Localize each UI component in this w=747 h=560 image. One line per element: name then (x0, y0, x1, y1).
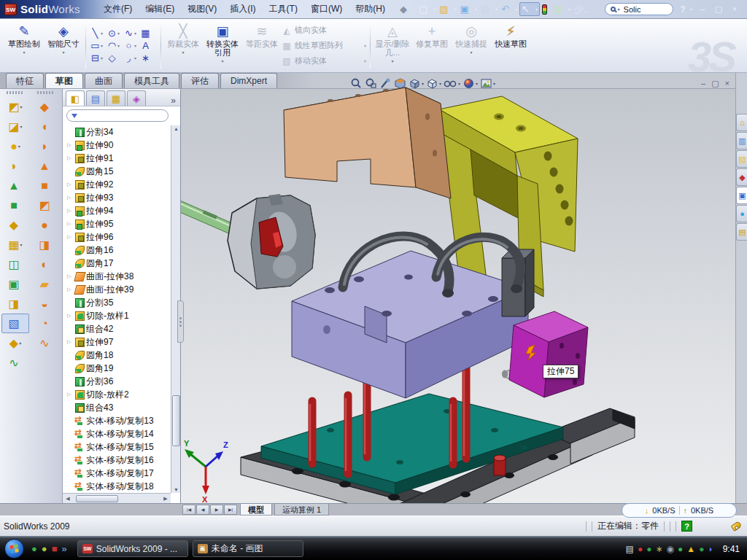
print-icon[interactable]: ▤ ▾ (479, 3, 499, 15)
zoom-to-selection-icon[interactable] (379, 77, 392, 90)
quicklaunch-app-icon[interactable]: ● (42, 543, 47, 554)
rebuild-traffic-light-icon[interactable]: ▾ (541, 4, 551, 15)
tree-item[interactable]: ▷ 拉伸97 (63, 335, 171, 349)
options-icon[interactable]: ▦ ▾ (552, 3, 572, 15)
model-upper-mold-block[interactable] (284, 88, 451, 198)
tree-item[interactable]: ▷ 实体-移动/复制13 (63, 414, 171, 427)
tree-item[interactable]: ▷ 圆角15 (63, 165, 171, 178)
open-icon[interactable]: ▨ ▾ (438, 3, 457, 15)
bottom-tab[interactable]: 运动算例 1 (274, 504, 329, 516)
edit-appearance-icon[interactable]: ▾ (462, 77, 478, 90)
shell-icon[interactable]: ■ ▾ (1, 195, 29, 215)
resources-tab[interactable]: ▥ (736, 132, 747, 149)
surface-revolve-icon[interactable]: ◖ ▾ (32, 117, 60, 136)
file-explorer-tab[interactable]: ▣ (736, 187, 747, 204)
command-tab[interactable]: 特征 (6, 73, 44, 88)
surface-extrude-icon[interactable]: ◆ ▾ (32, 97, 60, 117)
view-orientation-icon[interactable]: ▾ (409, 77, 424, 90)
lofted-boss-icon[interactable]: ▲ ▾ (1, 176, 29, 195)
trim-entities-button[interactable]: ╳ 剪裁实体 ▾ (163, 20, 203, 71)
convert-entities-button[interactable]: ▣ 转换实体引用 ▾ (203, 20, 242, 71)
surface-fill-icon[interactable]: ◩ ▾ (32, 195, 60, 215)
scroll-right-arrow[interactable]: ▶ (160, 496, 171, 502)
zoom-fit-icon[interactable] (350, 77, 363, 90)
mirror-entities-button[interactable]: ◭ 镜向实体 ▾ (282, 23, 368, 37)
point-icon[interactable]: ∗▾ (140, 53, 157, 63)
restore-button[interactable]: ▢ (713, 4, 724, 14)
tree-item[interactable]: ▷ 拉伸93 (63, 191, 171, 204)
circle-icon[interactable]: ⊙▾ (107, 28, 123, 39)
command-tab[interactable]: 草图 (45, 73, 83, 88)
zoom-area-icon[interactable] (365, 77, 377, 90)
line-icon[interactable]: ╲▾ (90, 28, 107, 39)
close-button[interactable]: × (729, 4, 740, 14)
surface-radiate-icon[interactable]: ◐ ▾ (32, 254, 60, 274)
toolbar-grip[interactable] (7, 91, 24, 94)
tree-item[interactable]: ▷ 拉伸91 (63, 152, 171, 165)
propertymanager-tab[interactable]: ▤ (86, 90, 105, 106)
smart-dimension-button[interactable]: ◈ 智能尺寸 ▾ (44, 20, 83, 71)
tree-item[interactable]: ▷ 实体-移动/复制17 (63, 467, 171, 480)
expand-arrow-icon[interactable]: ▷ (67, 221, 74, 227)
help-caret-icon[interactable]: ▾ (690, 7, 692, 12)
apply-scene-icon[interactable]: ▾ (480, 77, 495, 90)
tree-item[interactable]: ▷ 圆角18 (63, 349, 171, 362)
expand-arrow-icon[interactable]: ▷ (67, 287, 74, 292)
doc-minimize-button[interactable]: – (701, 79, 705, 88)
toolbar-grip[interactable] (37, 91, 55, 94)
tree-item[interactable]: ▷ 圆角16 (63, 244, 171, 257)
tree-item[interactable]: ▷ 曲面-拉伸39 (63, 283, 171, 296)
offset-entities-button[interactable]: ≋ 等距实体 ▾ (242, 20, 282, 71)
tree-item[interactable]: ▷ 拉伸95 (63, 217, 171, 230)
fillet-icon[interactable]: ● ▾ (1, 136, 29, 156)
expand-arrow-icon[interactable]: ▷ (67, 142, 74, 148)
minimize-button[interactable]: – (697, 4, 708, 14)
appearances-tab[interactable]: ● (736, 205, 747, 222)
rib-icon[interactable]: ◆ ▾ (1, 215, 29, 235)
expand-arrow-icon[interactable]: ▷ (67, 313, 74, 319)
tree-item[interactable]: ▷ 实体-移动/复制18 (63, 480, 171, 493)
expand-arrow-icon[interactable]: ▷ (67, 195, 74, 201)
mirror-icon[interactable]: ◫ ▾ (1, 254, 29, 274)
scroll-left-arrow[interactable]: ◀ (63, 496, 73, 502)
surface-extend-icon[interactable]: ◔ ▾ (32, 314, 60, 333)
select-box-icon[interactable]: ▦▾ (140, 28, 157, 39)
quicklaunch-expand-chevron[interactable]: » (62, 543, 67, 554)
expand-arrow-icon[interactable]: ▷ (67, 392, 74, 397)
tree-filter-box[interactable] (66, 109, 169, 122)
split-icon[interactable]: ◨ ▾ (1, 294, 29, 314)
tree-item[interactable]: ▷ 组合42 (63, 322, 171, 335)
expand-arrow-icon[interactable]: ▷ (67, 182, 74, 187)
featuremanager-tab[interactable]: ◧ (66, 90, 85, 106)
undo-icon[interactable]: ↶ ▾ (500, 3, 519, 15)
tree-item[interactable]: ▷ 分割35 (63, 296, 171, 309)
new-document-icon[interactable]: ▢ ▾ (417, 3, 437, 15)
extrude-cut-icon[interactable]: ◪ ▾ (1, 117, 29, 136)
tree-item[interactable]: ▷ 圆角19 (63, 362, 171, 375)
model-magenta-block[interactable] (509, 311, 588, 397)
quicklaunch-solidworks-icon[interactable]: ■ (52, 543, 58, 554)
surface-loft-icon[interactable]: ▲ ▾ (32, 156, 60, 176)
shield-ok-tray-icon[interactable]: ● (646, 544, 651, 554)
surface-knit-icon[interactable]: ▰ ▾ (32, 274, 60, 294)
scroll-thumb[interactable] (172, 395, 180, 446)
model-core-block[interactable] (292, 251, 528, 398)
model-runner-insert[interactable] (228, 194, 315, 289)
select-arrow-icon[interactable]: ↖ ▾ (519, 2, 540, 16)
tree-item[interactable]: ▷ 拉伸90 (63, 139, 171, 152)
tree-horizontal-scrollbar[interactable]: ◀ ▶ (63, 493, 171, 503)
repair-sketch-button[interactable]: + 修复草图 ▾ (412, 20, 452, 71)
slot-icon[interactable]: ⊟▾ (90, 53, 107, 63)
menu-item[interactable]: 编辑(E) (139, 1, 180, 17)
motion-play-button[interactable]: ▶ (210, 505, 223, 515)
pin-menu-icon[interactable]: ◆ ▾ (398, 3, 417, 15)
security-plus-tray-icon[interactable]: ● (699, 544, 704, 554)
hide-show-items-icon[interactable]: ▾ (444, 77, 460, 90)
combine-icon[interactable]: ▣ ▾ (1, 274, 29, 294)
linear-sketch-pattern-button[interactable]: ▦ 线性草图阵列 ▾ (282, 39, 368, 52)
rectangle-icon[interactable]: ▭▾ (90, 41, 107, 51)
volume-tray-icon[interactable]: ◉ (667, 544, 674, 554)
custom-properties-tab[interactable]: ▤ (736, 223, 747, 241)
helix-icon[interactable]: ◆ ▾ (1, 333, 29, 353)
surface-planar-icon[interactable]: ● ▾ (32, 215, 60, 235)
